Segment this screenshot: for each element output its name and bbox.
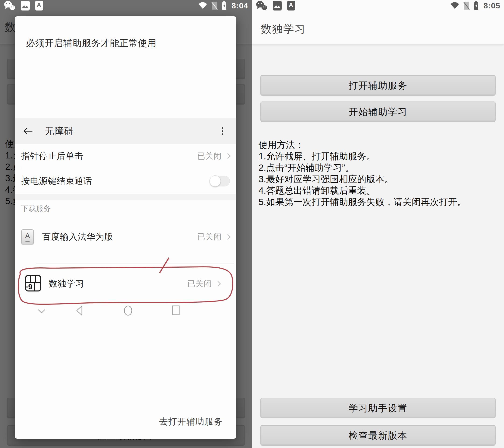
settings-header-title: 无障碍 [45, 125, 74, 137]
setting-label: 按电源键结束通话 [21, 175, 92, 187]
overflow-menu-icon[interactable] [222, 126, 223, 136]
wechat-icon [4, 0, 15, 11]
chevron-right-icon [225, 153, 231, 159]
settings-header: 无障碍 [15, 118, 236, 144]
sudoku-app-icon: 9 [25, 275, 41, 293]
setting-row-pointer-click[interactable]: 指针停止后单击 已关闭 [15, 144, 236, 168]
gallery-icon [272, 0, 282, 11]
baidu-ime-icon: A [21, 229, 34, 244]
open-service-button[interactable]: 打开辅助服务 [260, 75, 496, 96]
instruction-item: 5.如果第一次打开辅助服务失败，请关闭再次打开。 [258, 196, 500, 208]
section-gap [15, 194, 236, 200]
instruction-item: 1.允许截屏、打开辅助服务。 [258, 150, 500, 162]
status-bar: A [0, 0, 252, 11]
start-learning-button[interactable]: 开始辅助学习 [260, 102, 496, 122]
power-end-call-toggle[interactable] [210, 176, 230, 186]
wifi-icon [450, 2, 459, 9]
accessibility-settings-preview: 无障碍 指针停止后单击 已关闭 按电源键结束通话 下载服务 [15, 118, 236, 338]
battery-charging-icon [474, 1, 479, 10]
setting-row-power-end-call[interactable]: 按电源键结束通话 [15, 168, 236, 194]
ime-letter: A [289, 1, 293, 8]
nav-back-icon[interactable] [75, 305, 84, 317]
service-row-sudoku-learning[interactable]: 9 数独学习 已关闭 [15, 266, 236, 301]
battery-charging-icon [222, 1, 227, 10]
toggle-knob [210, 176, 221, 187]
sudoku-learning-app: 数独学习 打开辅助服务 开始辅助学习 使用方法： 1.允许截屏、打开辅助服务。 … [252, 0, 504, 448]
service-row-baidu-ime[interactable]: A 百度输入法华为版 已关闭 [15, 223, 236, 251]
nav-recents-icon[interactable] [172, 305, 180, 316]
right-phone-screen: 数独学习 打开辅助服务 开始辅助学习 使用方法： 1.允许截屏、打开辅助服务。 … [252, 0, 504, 448]
accessibility-prompt-dialog: 必须开启辅助服务才能正常使用 无障碍 指针停止后单击 已关闭 [15, 16, 236, 439]
assistant-settings-button[interactable]: 学习助手设置 [260, 398, 496, 418]
go-enable-service-link[interactable]: 去打开辅助服务 [159, 416, 223, 428]
baidu-ime-bar [25, 241, 30, 242]
baidu-ime-letter: A [25, 232, 30, 239]
instruction-item: 2.点击“开始辅助学习”。 [258, 162, 500, 173]
clock-time: 8:04 [232, 1, 248, 10]
service-status: 已关闭 [197, 232, 222, 242]
instruction-item: 3.最好对应学习强国相应的版本。 [258, 173, 500, 185]
screenshot-pair: 数独学习 打开辅助服务 开始辅助学习 使用方法： 1.允许截屏、打开辅助服务。 … [0, 0, 504, 448]
service-status: 已关闭 [187, 278, 212, 289]
left-phone-screen: 数独学习 打开辅助服务 开始辅助学习 使用方法： 1.允许截屏、打开辅助服务。 … [0, 0, 252, 448]
service-label: 数独学习 [49, 278, 84, 289]
check-version-button[interactable]: 检查最新版本 [260, 425, 496, 446]
wifi-icon [198, 2, 207, 9]
input-method-icon: A [287, 0, 295, 11]
wechat-icon [256, 0, 267, 11]
no-sim-icon [463, 1, 470, 10]
no-sim-icon [211, 1, 218, 10]
app-title: 数独学习 [261, 22, 306, 36]
instructions-heading: 使用方法： [258, 139, 500, 150]
gallery-icon [20, 0, 30, 11]
ime-letter: A [37, 1, 41, 8]
hide-navbar-chevron-icon[interactable] [37, 309, 46, 315]
divider [36, 263, 234, 263]
downloaded-services-label: 下载服务 [21, 204, 51, 214]
nav-home-icon[interactable] [123, 304, 133, 318]
sudoku-digit: 9 [28, 283, 33, 291]
navigation-bar [15, 303, 236, 322]
chevron-right-icon [225, 234, 231, 240]
setting-status: 已关闭 [197, 151, 222, 161]
dialog-title: 必须开启辅助服务才能正常使用 [26, 37, 229, 50]
clock-time: 8:05 [484, 1, 500, 10]
status-bar: A [252, 0, 504, 11]
back-arrow-icon[interactable] [23, 127, 33, 135]
instruction-item: 4.答题总出错请卸载后重装。 [258, 185, 500, 196]
service-label: 百度输入法华为版 [42, 231, 113, 243]
setting-label: 指针停止后单击 [21, 150, 83, 162]
chevron-right-icon [215, 281, 221, 287]
usage-instructions: 使用方法： 1.允许截屏、打开辅助服务。 2.点击“开始辅助学习”。 3.最好对… [258, 139, 500, 208]
input-method-icon: A [35, 0, 43, 11]
